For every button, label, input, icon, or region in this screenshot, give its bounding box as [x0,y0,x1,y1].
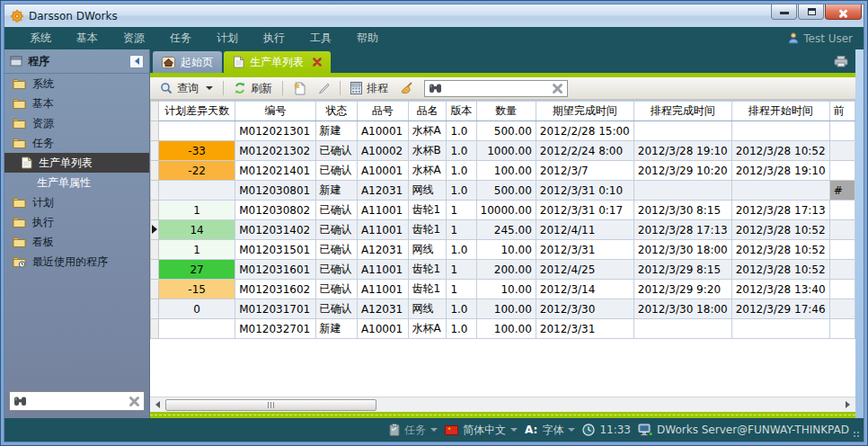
cell-qty[interactable]: 10000.00 [476,201,536,220]
cell-expect[interactable]: 2012/3/7 [536,161,633,181]
table-row-1[interactable]: -33M012021302已确认A10002水杯B1.01000.002012/… [151,141,855,161]
cell-item_name[interactable]: 齿轮1 [408,201,447,220]
cell-sched_end[interactable] [633,121,731,141]
cell-qty[interactable]: 200.00 [476,260,536,280]
cell-item_name[interactable]: 齿轮1 [408,280,447,299]
cell-no[interactable]: M012021401 [235,161,315,181]
cell-item_name[interactable]: 水杯A [408,121,447,141]
cell-expect[interactable]: 2012/2/24 8:00 [536,141,633,161]
column-header-version[interactable]: 版本 [447,102,476,121]
sidebar-item-3[interactable]: 任务 [4,133,149,153]
cell-no[interactable]: M012031701 [235,299,315,319]
cell-diff[interactable]: 27 [159,260,235,280]
cell-expect[interactable]: 2012/3/31 [536,319,633,339]
edit-button[interactable] [313,80,334,96]
cell-version[interactable]: 1 [447,220,476,240]
sidebar-collapse-button[interactable] [129,55,144,68]
cell-clipped[interactable] [829,220,855,240]
cell-diff[interactable] [159,181,235,201]
cell-version[interactable]: 1.0 [447,299,476,319]
cell-sched_start[interactable]: 2012/3/28 10:52 [731,141,829,161]
cell-version[interactable]: 1 [447,280,476,299]
query-dropdown-caret[interactable] [206,86,213,90]
maximize-button[interactable] [798,4,824,20]
cell-item_name[interactable]: 网线 [408,240,447,260]
cell-item_no[interactable]: A11001 [357,280,408,299]
cell-item_no[interactable]: A10001 [357,319,408,339]
sidebar-item-9[interactable]: 最近使用的程序 [4,252,149,272]
font-dropdown-caret[interactable] [568,428,575,432]
cell-item_name[interactable]: 网线 [408,299,447,319]
table-row-0[interactable]: M012021301新建A10001水杯A1.0500.002012/2/28 … [151,121,855,141]
close-button[interactable] [825,4,862,20]
resize-grip[interactable] [854,432,861,439]
table-row-2[interactable]: -22M012021401已确认A10001水杯A1.0100.002012/3… [151,161,855,181]
menu-item-1[interactable]: 基本 [64,31,111,46]
cell-item_no[interactable]: A10001 [357,121,408,141]
cell-no[interactable]: M012021301 [235,121,315,141]
cell-sched_end[interactable]: 2012/3/29 8:15 [633,260,731,280]
table-row-9[interactable]: 0M012031701已确认A12031网线1.0100.002012/3/30… [151,299,855,319]
cell-sched_start[interactable]: 2012/3/28 10:52 [731,240,829,260]
sidebar-item-0[interactable]: 系统 [4,74,149,94]
cell-qty[interactable]: 500.00 [476,181,536,201]
cell-sched_start[interactable]: 2012/3/28 13:40 [731,280,829,299]
clear-broom-button[interactable] [395,80,418,96]
cell-clipped[interactable]: # [829,181,855,201]
row-selector[interactable] [151,161,159,181]
row-selector[interactable] [151,201,159,220]
column-header-sched_end[interactable]: 排程完成时间 [633,102,731,121]
cell-clipped[interactable] [829,299,855,319]
column-header-expect[interactable]: 期望完成时间 [536,102,633,121]
menu-item-3[interactable]: 任务 [157,31,204,46]
cell-version[interactable]: 1.0 [447,181,476,201]
cell-clipped[interactable] [829,280,855,299]
cell-status[interactable]: 新建 [315,319,357,339]
language-dropdown-caret[interactable] [510,428,518,432]
cell-diff[interactable]: 1 [159,240,235,260]
sidebar-item-7[interactable]: 执行 [4,212,149,232]
menu-item-2[interactable]: 资源 [111,31,157,46]
cell-no[interactable]: M012021302 [235,141,315,161]
refresh-button[interactable]: 刷新 [229,79,277,98]
cell-no[interactable]: M012032701 [235,319,315,339]
menu-item-6[interactable]: 工具 [297,31,344,46]
column-header-item_name[interactable]: 品名 [408,102,447,121]
cell-status[interactable]: 已确认 [315,299,357,319]
cell-no[interactable]: M012031402 [235,220,315,240]
cell-item_name[interactable]: 水杯A [408,319,447,339]
toolbar-search-input[interactable] [446,82,548,94]
cell-qty[interactable]: 100.00 [476,299,536,319]
cell-item_no[interactable]: A11001 [357,220,408,240]
cell-qty[interactable]: 10.00 [476,240,536,260]
cell-qty[interactable]: 245.00 [476,220,536,240]
cell-qty[interactable]: 10.00 [476,280,536,299]
sidebar-item-4[interactable]: 生产单列表 [4,153,149,173]
column-header-item_no[interactable]: 品号 [357,102,408,121]
cell-qty[interactable]: 500.00 [476,121,536,141]
cell-no[interactable]: M012031602 [235,280,315,299]
cell-clipped[interactable] [829,240,855,260]
column-header-qty[interactable]: 数量 [476,102,536,121]
cell-no[interactable]: M012031601 [235,260,315,280]
cell-diff[interactable]: -33 [159,141,235,161]
sidebar-item-2[interactable]: 资源 [4,113,149,133]
cell-diff[interactable]: -22 [159,161,235,181]
cell-sched_end[interactable]: 2012/3/29 10:20 [633,161,731,181]
cell-clipped[interactable] [829,201,855,220]
cell-diff[interactable] [159,121,235,141]
cell-item_no[interactable]: A12031 [357,181,408,201]
column-header-clipped[interactable]: 前 [829,102,855,121]
cell-expect[interactable]: 2012/3/30 [536,299,633,319]
cell-status[interactable]: 已确认 [315,260,357,280]
cell-item_no[interactable]: A12031 [357,299,408,319]
row-selector[interactable] [151,240,159,260]
task-status-button[interactable]: 任务 [389,423,438,438]
tab-close-icon[interactable] [313,58,322,67]
cell-clipped[interactable] [829,121,855,141]
cell-status[interactable]: 新建 [315,121,357,141]
cell-item_name[interactable]: 水杯A [408,161,447,181]
query-button[interactable]: 查询 [155,79,217,98]
cell-sched_start[interactable]: 2012/3/28 19:10 [731,161,829,181]
schedule-button[interactable]: 排程 [346,79,393,98]
